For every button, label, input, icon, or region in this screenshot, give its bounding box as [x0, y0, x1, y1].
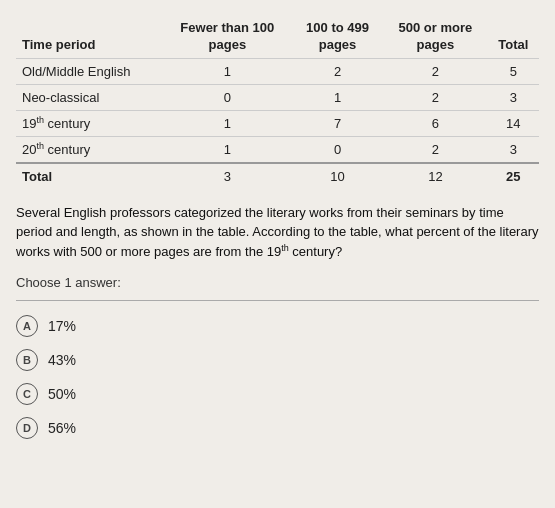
period-cell: 19th century [16, 110, 163, 136]
col-header-fewer: Fewer than 100pages [163, 16, 292, 58]
data-cell: 0 [163, 84, 292, 110]
table-container: Time period Fewer than 100pages 100 to 4… [16, 16, 539, 189]
data-cell: 1 [163, 110, 292, 136]
answer-text-c: 50% [48, 386, 76, 402]
data-cell: 10 [292, 163, 383, 189]
data-cell: 3 [163, 163, 292, 189]
table-row: 20th century 1 0 2 3 [16, 136, 539, 163]
answer-option-c[interactable]: C 50% [16, 379, 539, 409]
data-cell: 1 [163, 58, 292, 84]
data-cell: 2 [292, 58, 383, 84]
total-cell: 25 [488, 163, 539, 189]
answer-option-b[interactable]: B 43% [16, 345, 539, 375]
data-cell: 1 [292, 84, 383, 110]
data-cell: 0 [292, 136, 383, 163]
table-row-total: Total 3 10 12 25 [16, 163, 539, 189]
question-description: Several English professors categorized t… [16, 203, 539, 262]
period-cell: Old/Middle English [16, 58, 163, 84]
data-cell: 1 [163, 136, 292, 163]
answer-text-d: 56% [48, 420, 76, 436]
divider [16, 300, 539, 301]
answer-badge-b: B [16, 349, 38, 371]
data-cell: 2 [383, 58, 487, 84]
data-cell: 12 [383, 163, 487, 189]
col-header-total: Total [488, 16, 539, 58]
answer-text-b: 43% [48, 352, 76, 368]
table-row: 19th century 1 7 6 14 [16, 110, 539, 136]
answer-badge-a: A [16, 315, 38, 337]
data-cell: 2 [383, 136, 487, 163]
table-row: Old/Middle English 1 2 2 5 [16, 58, 539, 84]
data-table: Time period Fewer than 100pages 100 to 4… [16, 16, 539, 189]
total-cell: 3 [488, 84, 539, 110]
total-cell: 5 [488, 58, 539, 84]
answer-option-d[interactable]: D 56% [16, 413, 539, 443]
answer-options: A 17% B 43% C 50% D 56% [16, 311, 539, 443]
period-cell: Total [16, 163, 163, 189]
table-row: Neo-classical 0 1 2 3 [16, 84, 539, 110]
data-cell: 7 [292, 110, 383, 136]
answer-option-a[interactable]: A 17% [16, 311, 539, 341]
period-cell: Neo-classical [16, 84, 163, 110]
answer-badge-d: D [16, 417, 38, 439]
choose-label: Choose 1 answer: [16, 275, 539, 290]
col-header-period: Time period [16, 16, 163, 58]
total-cell: 3 [488, 136, 539, 163]
answer-badge-c: C [16, 383, 38, 405]
period-cell: 20th century [16, 136, 163, 163]
data-cell: 6 [383, 110, 487, 136]
answer-text-a: 17% [48, 318, 76, 334]
col-header-100to499: 100 to 499pages [292, 16, 383, 58]
data-cell: 2 [383, 84, 487, 110]
col-header-500more: 500 or morepages [383, 16, 487, 58]
total-cell: 14 [488, 110, 539, 136]
